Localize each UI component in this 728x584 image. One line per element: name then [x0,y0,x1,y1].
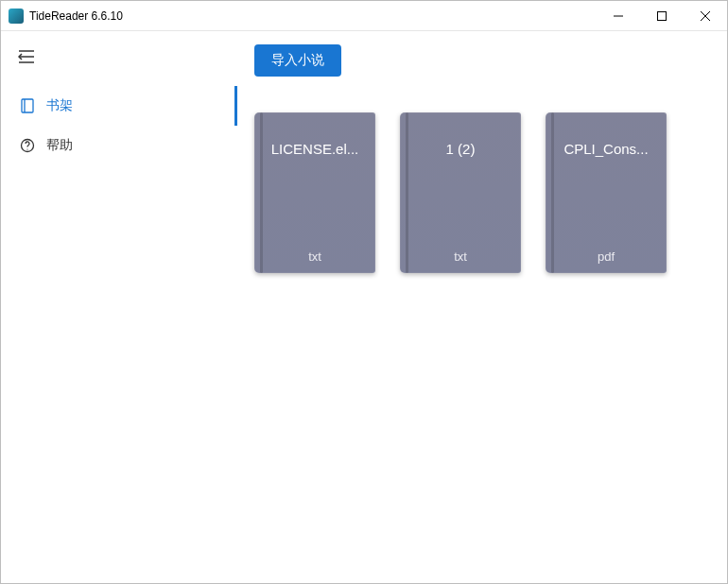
book-extension: txt [454,249,467,264]
svg-rect-7 [22,99,33,112]
sidebar-item-bookshelf[interactable]: 书架 [1,86,237,126]
sidebar-nav: 书架 帮助 [1,86,237,165]
sidebar-item-help[interactable]: 帮助 [1,126,237,165]
book-title: 1 (2) [446,141,476,157]
menu-collapse-icon [18,48,35,65]
book-item[interactable]: LICENSE.el... txt [254,112,375,273]
help-icon [20,138,35,153]
book-title: LICENSE.el... [271,141,359,157]
close-button[interactable] [684,1,727,30]
import-novel-button[interactable]: 导入小说 [254,44,341,77]
maximize-icon [657,11,667,21]
app-icon [9,9,24,24]
minimize-button[interactable] [597,1,640,30]
minimize-icon [614,11,623,21]
book-extension: txt [308,249,321,264]
main-content: 导入小说 LICENSE.el... txt 1 (2) txt CPLI_Co… [237,31,727,583]
close-icon [701,11,710,21]
bookshelf: LICENSE.el... txt 1 (2) txt CPLI_Cons...… [254,112,710,273]
book-extension: pdf [598,249,615,264]
app-title: TideReader 6.6.10 [29,9,123,23]
svg-rect-1 [658,11,667,20]
titlebar-left: TideReader 6.6.10 [9,9,123,24]
book-item[interactable]: CPLI_Cons... pdf [546,112,667,273]
maximize-button[interactable] [640,1,684,30]
book-item[interactable]: 1 (2) txt [400,112,521,273]
sidebar-item-label: 书架 [46,97,73,114]
sidebar-toggle-button[interactable] [1,39,237,75]
book-icon [20,98,35,113]
titlebar: TideReader 6.6.10 [1,1,727,31]
sidebar: 书架 帮助 [1,31,237,583]
book-title: CPLI_Cons... [563,141,648,157]
app-body: 书架 帮助 导入小说 LICENSE.el... txt 1 (2) [1,31,727,583]
window-controls [597,1,727,30]
svg-point-10 [26,148,27,149]
sidebar-item-label: 帮助 [46,137,73,154]
app-window: TideReader 6.6.10 [0,0,728,584]
